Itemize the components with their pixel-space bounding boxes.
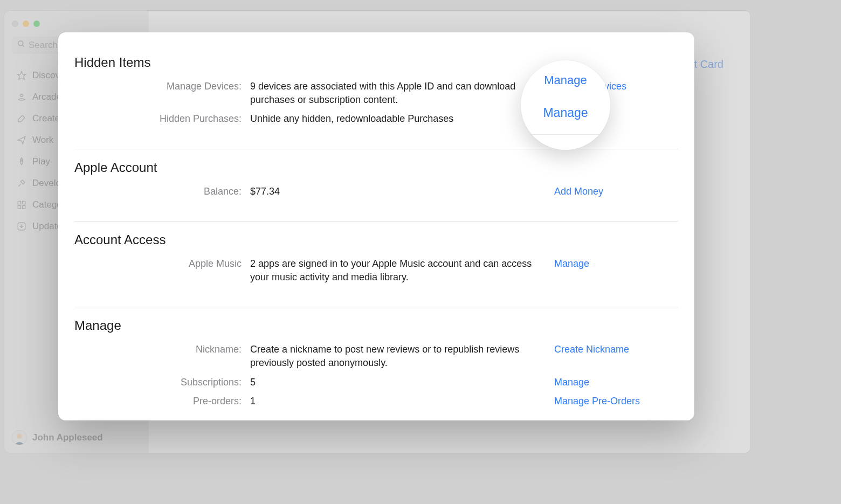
svg-rect-5 <box>18 201 20 204</box>
section-manage: Manage Nickname: Create a nickname to po… <box>58 312 694 420</box>
svg-rect-6 <box>23 201 25 204</box>
row-value: 9 devices are associated with this Apple… <box>250 80 554 107</box>
arcade-icon <box>16 92 27 102</box>
row-label: Pre-orders: <box>74 395 250 408</box>
row-label: Balance: <box>74 185 250 198</box>
subscriptions-manage-link[interactable]: Manage <box>554 377 589 388</box>
svg-point-0 <box>18 41 23 46</box>
section-title: Manage <box>74 318 678 333</box>
row-value: 1 <box>250 395 554 408</box>
divider <box>74 221 678 222</box>
apple-music-manage-link[interactable]: Manage <box>554 258 589 269</box>
minimize-window-button[interactable] <box>23 20 29 27</box>
grid-icon <box>16 199 27 210</box>
svg-point-4 <box>21 160 23 161</box>
brush-icon <box>16 113 27 124</box>
rocket-icon <box>16 156 27 167</box>
hammer-icon <box>16 178 27 189</box>
close-window-button[interactable] <box>12 20 18 27</box>
svg-point-3 <box>20 94 23 97</box>
create-nickname-link[interactable]: Create Nickname <box>554 344 629 355</box>
svg-marker-2 <box>18 72 26 80</box>
row-label: Manage Devices: <box>74 80 250 93</box>
user-account-row[interactable]: John Appleseed <box>12 430 103 445</box>
divider <box>74 307 678 307</box>
row-value: Unhide any hidden, redownloadable Purcha… <box>250 112 554 126</box>
row-nickname: Nickname: Create a nickname to post new … <box>74 343 678 370</box>
row-value: $77.34 <box>250 185 554 198</box>
row-value: 5 <box>250 376 554 389</box>
svg-point-11 <box>17 434 22 439</box>
divider <box>74 149 678 149</box>
search-icon <box>17 40 25 51</box>
preorders-manage-link[interactable]: Manage Pre-Orders <box>554 396 640 406</box>
row-balance: Balance: $77.34 Add Money <box>74 185 678 198</box>
svg-line-1 <box>22 45 24 46</box>
row-subscriptions: Subscriptions: 5 Manage <box>74 376 678 389</box>
fullscreen-window-button[interactable] <box>33 20 40 27</box>
user-name: John Appleseed <box>32 432 103 443</box>
svg-rect-7 <box>18 206 20 209</box>
row-apple-music: Apple Music 2 apps are signed in to your… <box>74 257 678 284</box>
svg-rect-8 <box>23 206 25 209</box>
star-icon <box>16 70 27 81</box>
section-account-access: Account Access Apple Music 2 apps are si… <box>58 226 694 302</box>
magnifier-main-text: Manage <box>543 106 588 120</box>
section-title: Apple Account <box>74 160 678 175</box>
section-title: Account Access <box>74 232 678 247</box>
plane-icon <box>16 135 27 146</box>
row-preorders: Pre-orders: 1 Manage Pre-Orders <box>74 395 678 408</box>
sidebar-item-label: Arcade <box>32 92 61 102</box>
search-placeholder: Search <box>29 40 58 51</box>
row-label: Apple Music <box>74 257 250 271</box>
add-money-link[interactable]: Add Money <box>554 186 603 197</box>
magnifier-callout: Manage Manage <box>521 60 610 150</box>
sidebar-item-label: Play <box>32 156 50 167</box>
row-label: Hidden Purchases: <box>74 112 250 126</box>
avatar <box>12 430 27 445</box>
row-label: Nickname: <box>74 343 250 356</box>
download-icon <box>16 221 27 232</box>
row-value: Create a nickname to post new reviews or… <box>250 343 554 370</box>
row-label: Subscriptions: <box>74 376 250 389</box>
sidebar-item-label: Create <box>32 113 60 124</box>
section-apple-account: Apple Account Balance: $77.34 Add Money <box>58 154 694 217</box>
magnifier-divider <box>526 134 605 135</box>
gift-card-link-partial[interactable]: t Card <box>694 58 723 71</box>
sidebar-item-label: Work <box>32 135 53 146</box>
magnifier-top-text: Manage <box>544 73 587 87</box>
row-value: 2 apps are signed in to your Apple Music… <box>250 257 554 284</box>
